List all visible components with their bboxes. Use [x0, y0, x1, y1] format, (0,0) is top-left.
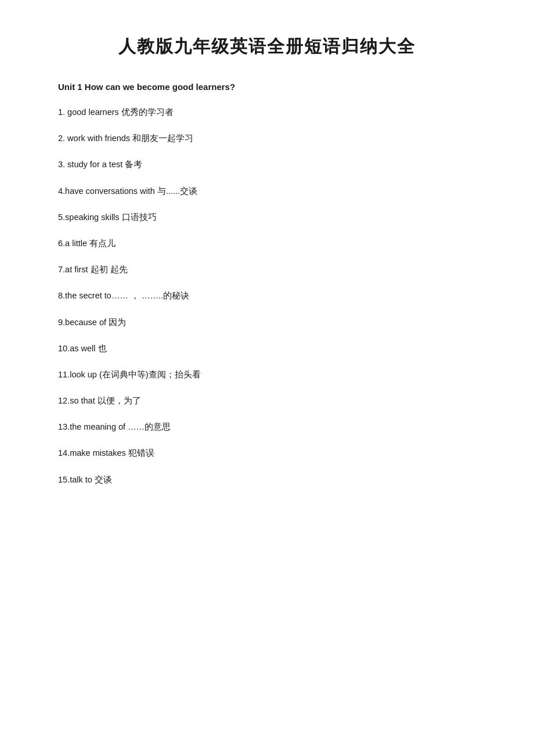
phrase-chinese: 与......交谈 [155, 186, 197, 196]
phrase-english: 3. study for a test [58, 160, 122, 169]
phrase-english: 6.a little [58, 239, 87, 248]
phrase-english: 11.look up (在词典中等)查阅；抬头看 [58, 370, 201, 379]
phrase-english: 7.at first [58, 265, 88, 274]
list-item: 4.have conversations with 与......交谈 [58, 185, 476, 198]
phrase-chinese: 因为 [106, 318, 126, 327]
phrase-chinese: 起初 起先 [88, 265, 128, 274]
phrase-chinese: 优秀的学习者 [119, 107, 174, 117]
phrase-chinese: 口语技巧 [120, 213, 157, 222]
list-item: 11.look up (在词典中等)查阅；抬头看 [58, 368, 476, 381]
phrase-english: 1. good learners [58, 107, 119, 117]
list-item: 2. work with friends 和朋友一起学习 [58, 132, 476, 145]
phrase-english: 2. work with friends [58, 134, 130, 143]
phrase-list: 1. good learners 优秀的学习者2. work with frie… [58, 106, 476, 487]
phrase-english: 14.make mistakes [58, 448, 126, 458]
phrase-chinese: 以便，为了 [95, 396, 141, 405]
list-item: 15.talk to 交谈 [58, 473, 476, 487]
phrase-english: 5.speaking skills [58, 213, 120, 222]
list-item: 3. study for a test 备考 [58, 158, 476, 171]
list-item: 10.as well 也 [58, 342, 476, 355]
page-container: 人教版九年级英语全册短语归纳大全 Unit 1 How can we becom… [0, 0, 534, 756]
phrase-english: 13.the meaning of ……的意思 [58, 422, 171, 431]
phrase-chinese: 交谈 [92, 475, 112, 484]
list-item: 13.the meaning of ……的意思 [58, 420, 476, 434]
phrase-english: 9.because of [58, 318, 106, 327]
phrase-english: 4.have conversations with [58, 186, 155, 196]
list-item: 5.speaking skills 口语技巧 [58, 211, 476, 224]
phrase-chinese: 也 [95, 344, 106, 353]
phrase-english: 15.talk to [58, 475, 92, 484]
unit-heading: Unit 1 How can we become good learners? [58, 82, 476, 92]
list-item: 1. good learners 优秀的学习者 [58, 106, 476, 119]
phrase-english: 10.as well [58, 344, 95, 353]
list-item: 7.at first 起初 起先 [58, 263, 476, 276]
list-item: 8.the secret to…… ， ……..的秘诀 [58, 289, 476, 303]
list-item: 14.make mistakes 犯错误 [58, 447, 476, 460]
phrase-chinese: 有点儿 [87, 239, 116, 248]
page-title: 人教版九年级英语全册短语归纳大全 [58, 35, 476, 59]
phrase-english: 12.so that [58, 396, 95, 405]
list-item: 9.because of 因为 [58, 316, 476, 329]
list-item: 12.so that 以便，为了 [58, 394, 476, 408]
phrase-chinese: 备考 [122, 160, 142, 169]
phrase-english: 8.the secret to…… ， ……..的秘诀 [58, 291, 189, 300]
phrase-chinese: 犯错误 [126, 448, 154, 458]
list-item: 6.a little 有点儿 [58, 237, 476, 250]
phrase-chinese: 和朋友一起学习 [130, 134, 193, 143]
